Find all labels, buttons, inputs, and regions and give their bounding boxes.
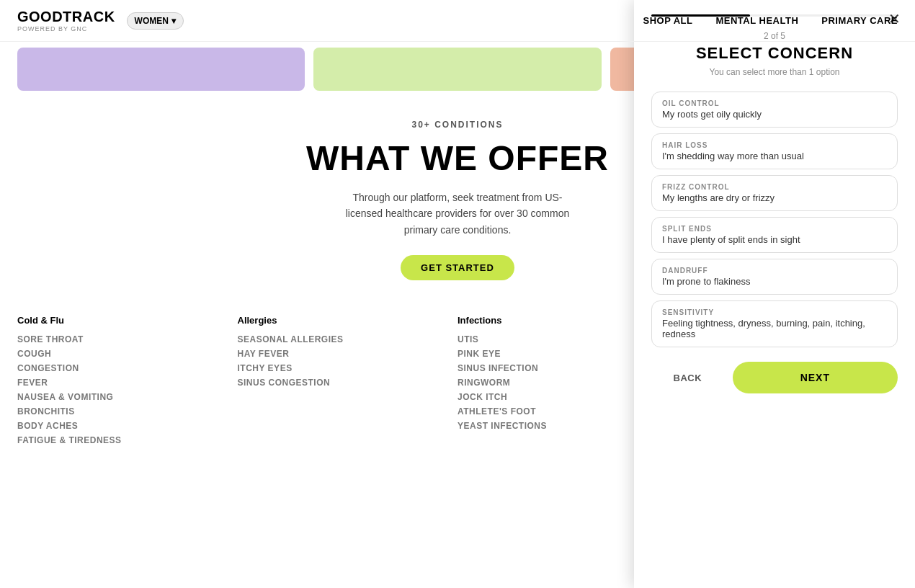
list-item: NAUSEA & VOMITING (17, 392, 238, 402)
nav-links: SHOP ALL MENTAL HEALTH PRIMARY CARE (643, 15, 898, 26)
list-item: SEASONAL ALLERGIES (238, 334, 458, 344)
condition-list-allergies: SEASONAL ALLERGIES HAY FEVER ITCHY EYES … (238, 334, 458, 388)
concern-desc-frizz-control: My lengths are dry or frizzy (662, 192, 887, 203)
condition-cat-allergies: Allergies (238, 315, 458, 326)
concern-label-sensitivity: SENSITIVITY (662, 308, 887, 316)
list-item: SORE THROAT (17, 334, 238, 344)
navbar: GOODTRACK POWERED BY GNC WOMEN ▾ SHOP AL… (0, 0, 915, 42)
concern-desc-sensitivity: Feeling tightness, dryness, burning, pai… (662, 318, 887, 339)
hero-bar-green (313, 48, 601, 91)
list-item: BODY ACHES (17, 421, 238, 431)
list-item: BRONCHITIS (17, 406, 238, 416)
main-description: Through our platform, seek treatment fro… (335, 190, 580, 238)
brand-subtitle: POWERED BY GNC (17, 25, 115, 32)
concern-label-split-ends: SPLIT ENDS (662, 225, 887, 233)
brand: GOODTRACK POWERED BY GNC (17, 9, 115, 32)
audience-label: WOMEN (135, 16, 169, 26)
modal-overlay: ✕ 2 of 5 SELECT CONCERN You can select m… (634, 0, 915, 588)
list-item: ITCHY EYES (238, 363, 458, 373)
concern-option-dandruff[interactable]: DANDRUFF I'm prone to flakiness (651, 259, 898, 295)
nav-shop-all[interactable]: SHOP ALL (643, 15, 692, 26)
concern-desc-dandruff: I'm prone to flakiness (662, 276, 887, 287)
condition-col-allergies: Allergies SEASONAL ALLERGIES HAY FEVER I… (238, 315, 458, 450)
modal-title: SELECT CONCERN (651, 44, 898, 63)
list-item: FATIGUE & TIREDNESS (17, 435, 238, 445)
concern-desc-split-ends: I have plenty of split ends in sight (662, 234, 887, 245)
modal-footer: BACK NEXT (651, 362, 898, 393)
list-item: COUGH (17, 349, 238, 359)
concern-option-frizz-control[interactable]: FRIZZ CONTROL My lengths are dry or friz… (651, 175, 898, 211)
brand-name: GOODTRACK (17, 9, 115, 25)
list-item: SINUS CONGESTION (238, 378, 458, 388)
select-concern-modal: ✕ 2 of 5 SELECT CONCERN You can select m… (634, 0, 915, 588)
concern-desc-oil-control: My roots get oily quickly (662, 109, 887, 120)
condition-list-cold-flu: SORE THROAT COUGH CONGESTION FEVER NAUSE… (17, 334, 238, 445)
browser-window: GOODTRACK POWERED BY GNC WOMEN ▾ SHOP AL… (0, 0, 915, 588)
concern-option-split-ends[interactable]: SPLIT ENDS I have plenty of split ends i… (651, 217, 898, 253)
condition-col-cold-flu: Cold & Flu SORE THROAT COUGH CONGESTION … (17, 315, 238, 450)
next-button[interactable]: NEXT (733, 362, 898, 393)
list-item: CONGESTION (17, 363, 238, 373)
concern-desc-hair-loss: I'm shedding way more than usual (662, 151, 887, 161)
audience-toggle[interactable]: WOMEN ▾ (127, 12, 184, 30)
chevron-down-icon: ▾ (171, 16, 176, 26)
concern-label-dandruff: DANDRUFF (662, 267, 887, 275)
concern-label-hair-loss: HAIR LOSS (662, 141, 887, 149)
concern-option-sensitivity[interactable]: SENSITIVITY Feeling tightness, dryness, … (651, 300, 898, 347)
condition-cat-cold-flu: Cold & Flu (17, 315, 238, 326)
concern-label-frizz-control: FRIZZ CONTROL (662, 183, 887, 191)
nav-primary-care[interactable]: PRIMARY CARE (821, 15, 898, 26)
concern-option-oil-control[interactable]: OIL CONTROL My roots get oily quickly (651, 92, 898, 128)
back-button[interactable]: BACK (651, 362, 724, 393)
list-item: FEVER (17, 378, 238, 388)
get-started-button[interactable]: GET STARTED (401, 255, 514, 280)
list-item: HAY FEVER (238, 349, 458, 359)
concern-option-hair-loss[interactable]: HAIR LOSS I'm shedding way more than usu… (651, 133, 898, 169)
nav-mental-health[interactable]: MENTAL HEALTH (715, 15, 798, 26)
modal-subtitle: You can select more than 1 option (651, 67, 898, 77)
concern-label-oil-control: OIL CONTROL (662, 99, 887, 107)
hero-bar-purple (17, 48, 305, 91)
